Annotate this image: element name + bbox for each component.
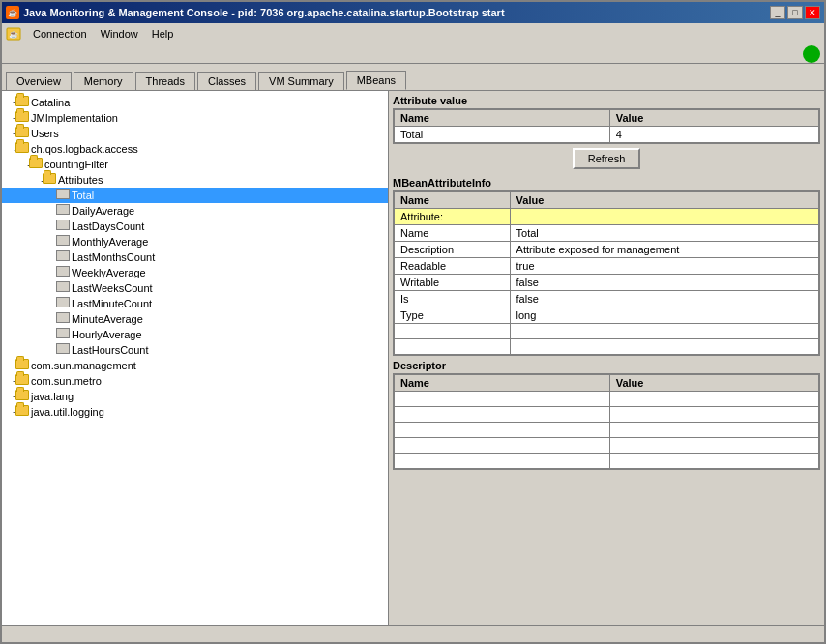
maximize-button[interactable]: □ <box>787 6 803 19</box>
descriptor-row-2 <box>395 407 819 423</box>
toggle-countingfilter[interactable]: - <box>2 158 29 171</box>
mbean-value-attribute <box>510 209 818 225</box>
mbean-row-description: Description Attribute exposed for manage… <box>395 242 819 258</box>
spacer-hourlyavg <box>2 328 56 341</box>
tree-item-comsunmgmt[interactable]: + com.sun.management <box>2 358 388 373</box>
folder-icon-chqos <box>15 142 29 156</box>
mbean-col-name: Name <box>395 192 511 209</box>
tree-item-lasthourscount[interactable]: LastHoursCount <box>2 342 388 358</box>
menu-window[interactable]: Window <box>95 26 144 42</box>
tree-item-total[interactable]: Total <box>2 188 388 203</box>
mbean-empty-name2 <box>395 339 511 355</box>
label-comsunmetro: com.sun.metro <box>31 375 102 387</box>
leaf-icon-total <box>56 189 70 202</box>
descriptor-empty-name4 <box>395 438 610 454</box>
descriptor-row-4 <box>395 438 819 454</box>
mbean-attr-title: MBeanAttributeInfo <box>393 177 820 189</box>
tree-item-catalina[interactable]: + Catalina <box>2 95 388 110</box>
descriptor-box: Name Value <box>393 373 820 470</box>
mbean-name-description: Description <box>395 242 511 258</box>
toggle-javalang[interactable]: + <box>2 390 15 403</box>
attr-col-name: Name <box>395 110 610 127</box>
folder-icon-javautillogging <box>15 405 29 419</box>
tab-mbeans[interactable]: MBeans <box>346 71 406 90</box>
leaf-icon-lastweekscount <box>56 281 70 295</box>
mbean-empty-value2 <box>510 339 818 355</box>
tree-item-jmimpl[interactable]: + JMImplementation <box>2 110 388 126</box>
tree-item-minuteavg[interactable]: MinuteAverage <box>2 311 388 327</box>
label-comsunmgmt: com.sun.management <box>31 360 136 371</box>
leaf-icon-lastdayscount <box>56 220 70 233</box>
mbean-row-writable: Writable false <box>395 275 819 291</box>
toggle-comsunmgmt[interactable]: + <box>2 359 15 372</box>
descriptor-empty-value5 <box>609 454 818 469</box>
toggle-attributes[interactable]: - <box>2 173 43 187</box>
descriptor-table: Name Value <box>394 374 819 469</box>
mbean-attr-box: Name Value Attribute: Name Total <box>393 190 820 356</box>
mbean-row-empty2 <box>395 339 819 355</box>
mbean-info-table: Name Value Attribute: Name Total <box>394 191 819 355</box>
app-icon: ☕ <box>6 6 19 19</box>
attr-value-section: Attribute value Name Value Total <box>393 95 820 173</box>
mbean-value-writable: false <box>510 275 818 291</box>
toggle-chqos[interactable]: - <box>2 142 15 156</box>
toggle-comsunmetro[interactable]: + <box>2 374 15 388</box>
tree-item-monthlyavg[interactable]: MonthlyAverage <box>2 234 388 249</box>
tree-item-lastmonthscount[interactable]: LastMonthsCount <box>2 249 388 265</box>
toggle-jmimpl[interactable]: + <box>2 111 15 125</box>
refresh-button[interactable]: Refresh <box>573 148 641 169</box>
attr-name-total: Total <box>395 127 610 143</box>
tree-item-lastdayscount[interactable]: LastDaysCount <box>2 219 388 234</box>
menu-help[interactable]: Help <box>146 26 180 42</box>
plugin-icon <box>803 45 820 63</box>
spacer-lasthourscount <box>2 343 56 357</box>
mbean-empty-name <box>395 324 511 339</box>
descriptor-row-5 <box>395 454 819 469</box>
tree-item-attributes[interactable]: - Attributes <box>2 172 388 188</box>
tab-threads[interactable]: Threads <box>135 72 195 90</box>
label-hourlyavg: HourlyAverage <box>72 329 142 340</box>
leaf-icon-minuteavg <box>56 312 70 326</box>
tab-overview[interactable]: Overview <box>6 72 72 90</box>
toggle-catalina[interactable]: + <box>2 96 15 109</box>
tree-item-lastweekscount[interactable]: LastWeeksCount <box>2 280 388 296</box>
tree-item-javalang[interactable]: + java.lang <box>2 389 388 404</box>
label-users: Users <box>31 128 59 139</box>
close-button[interactable]: ✕ <box>805 6 820 19</box>
tree-item-countingfilter[interactable]: - countingFilter <box>2 157 388 172</box>
mbean-value-readable: true <box>510 258 818 275</box>
spacer-lastdayscount <box>2 220 56 233</box>
spacer-lastminutecount <box>2 297 56 310</box>
tab-classes[interactable]: Classes <box>197 72 256 90</box>
label-dailyavg: DailyAverage <box>72 205 134 217</box>
toggle-users[interactable]: + <box>2 127 15 140</box>
tree-item-hourlyavg[interactable]: HourlyAverage <box>2 327 388 342</box>
tree-item-chqos[interactable]: - ch.qos.logback.access <box>2 141 388 157</box>
leaf-icon-lasthourscount <box>56 343 70 357</box>
mbean-row-attribute: Attribute: <box>395 209 819 225</box>
mbean-value-type: long <box>510 307 818 324</box>
descriptor-empty-value2 <box>609 407 818 423</box>
title-bar: ☕ Java Monitoring & Management Console -… <box>2 2 824 23</box>
descriptor-empty-name <box>395 392 610 407</box>
attr-value-box: Name Value Total 4 <box>393 108 820 144</box>
descriptor-empty-name3 <box>395 423 610 438</box>
minimize-button[interactable]: _ <box>770 6 785 19</box>
tree-item-users[interactable]: + Users <box>2 126 388 141</box>
descriptor-empty-name2 <box>395 407 610 423</box>
menu-connection[interactable]: Connection <box>27 26 93 42</box>
tab-memory[interactable]: Memory <box>74 72 133 90</box>
tree-item-javautillogging[interactable]: + java.util.logging <box>2 404 388 420</box>
tab-vm-summary[interactable]: VM Summary <box>258 72 344 90</box>
label-lastminutecount: LastMinuteCount <box>72 298 152 309</box>
toggle-javautillogging[interactable]: + <box>2 405 15 419</box>
spacer-weeklyavg <box>2 266 56 279</box>
attr-col-value: Value <box>609 110 818 127</box>
tree-item-dailyavg[interactable]: DailyAverage <box>2 203 388 219</box>
tree-item-comsunmetro[interactable]: + com.sun.metro <box>2 373 388 389</box>
mbean-name-is: Is <box>395 291 511 307</box>
main-content: + Catalina + JMImplementation + Users - … <box>2 91 824 625</box>
descriptor-empty-value <box>609 392 818 407</box>
tree-item-lastminutecount[interactable]: LastMinuteCount <box>2 296 388 311</box>
tree-item-weeklyavg[interactable]: WeeklyAverage <box>2 265 388 280</box>
